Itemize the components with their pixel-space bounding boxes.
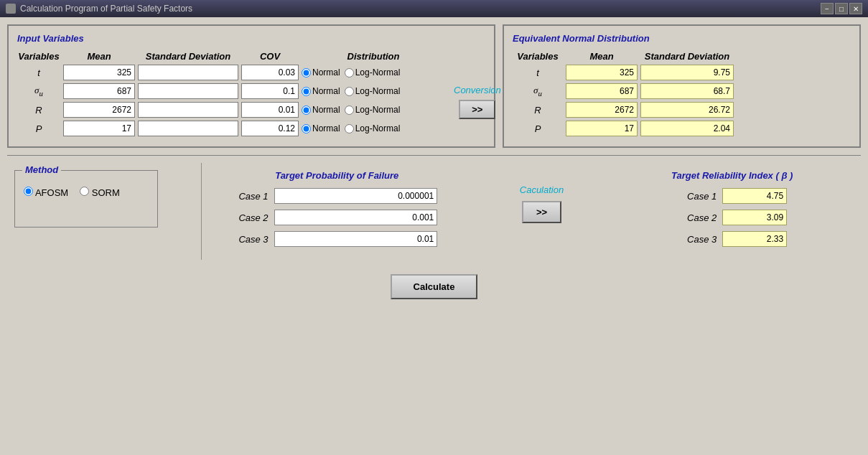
eqn-r-label: R [513, 105, 563, 116]
eqn-sigma-stddev-input[interactable] [640, 83, 734, 99]
var-sigma-label: σu [17, 85, 60, 98]
var-t-mean-input[interactable] [63, 65, 135, 80]
var-sigma-normal-radio[interactable] [302, 87, 311, 96]
rel-case3-input[interactable] [722, 231, 787, 247]
title-bar: Calculation Program of Partial Safety Fa… [0, 0, 868, 17]
var-t-normal-radio[interactable] [302, 68, 311, 78]
eqn-p-mean-input[interactable] [566, 121, 638, 136]
eqn-t-label: t [513, 67, 563, 78]
rel-case1-label: Case 1 [677, 191, 717, 202]
eqn-col-variables: Variables [513, 51, 563, 62]
var-p-lognormal-radio[interactable] [345, 124, 354, 133]
conversion-button[interactable]: >> [459, 100, 495, 119]
var-t-lognormal-radio-label[interactable]: Log-Normal [345, 67, 401, 78]
method-afosm-text: AFOSM [35, 187, 68, 198]
var-sigma-normal-radio-label[interactable]: Normal [302, 86, 340, 96]
eqn-t-stddev-input[interactable] [640, 65, 734, 80]
col-header-mean: Mean [63, 51, 135, 62]
eqn-sigma-mean-input[interactable] [566, 83, 638, 99]
eqn-col-stddev: Standard Deviation [640, 51, 734, 62]
eqn-sigma-label: σu [513, 85, 563, 98]
case2-prob-input[interactable] [274, 210, 438, 225]
var-t-lognormal-radio[interactable] [345, 68, 354, 78]
var-p-normal-radio[interactable] [302, 124, 311, 133]
var-t-label: t [17, 67, 60, 78]
rel-case2-label: Case 2 [677, 212, 717, 223]
case2-label: Case 2 [236, 212, 268, 223]
var-r-lognormal-radio-label[interactable]: Log-Normal [345, 105, 401, 115]
var-t-cov-input[interactable] [241, 65, 299, 80]
case1-prob-input[interactable] [274, 188, 438, 204]
main-window: Input Variables Variables Mean Standard … [0, 17, 868, 455]
target-reliability-panel: Target Reliability Index ( β ) Case 1 Ca… [646, 170, 818, 253]
method-sorm-text: SORM [92, 187, 120, 198]
col-header-stddev: Standard Deviation [138, 51, 238, 62]
var-r-mean-input[interactable] [63, 102, 135, 118]
rel-case2-input[interactable] [722, 210, 787, 225]
var-sigma-cov-input[interactable] [241, 83, 299, 99]
method-sorm-radio[interactable] [80, 187, 89, 196]
equivalent-normal-title: Equivalent Normal Distribution [513, 33, 851, 44]
var-r-normal-radio-label[interactable]: Normal [302, 105, 340, 115]
var-sigma-lognormal-radio[interactable] [345, 87, 354, 96]
col-header-variables: Variables [17, 51, 60, 62]
var-p-lognormal-radio-label[interactable]: Log-Normal [345, 123, 401, 133]
calculate-button[interactable]: Calculate [391, 274, 478, 299]
var-p-stddev-input[interactable] [138, 121, 238, 136]
rel-case3-label: Case 3 [677, 234, 717, 245]
eqn-r-stddev-input[interactable] [640, 102, 734, 118]
var-t-stddev-input[interactable] [138, 65, 238, 80]
var-r-lognormal-radio[interactable] [345, 105, 354, 115]
eqn-col-mean: Mean [566, 51, 638, 62]
var-r-cov-input[interactable] [241, 102, 299, 118]
conversion-label: Conversion [454, 85, 501, 95]
var-sigma-stddev-input[interactable] [138, 83, 238, 99]
col-header-distribution: Distribution [302, 51, 445, 62]
input-variables-title: Input Variables [17, 33, 485, 44]
method-afosm-radio[interactable] [24, 187, 33, 196]
method-panel: Method AFOSM SORM [14, 170, 158, 228]
bottom-section: Method AFOSM SORM Target Probability of … [7, 163, 861, 260]
var-p-cov-input[interactable] [241, 121, 299, 136]
var-sigma-lognormal-radio-label[interactable]: Log-Normal [345, 86, 401, 96]
window-title: Calculation Program of Partial Safety Fa… [20, 4, 192, 14]
target-probability-panel: Target Probability of Failure Case 1 Cas… [236, 170, 437, 253]
rel-case1-input[interactable] [722, 188, 787, 204]
var-r-stddev-input[interactable] [138, 102, 238, 118]
var-p-mean-input[interactable] [63, 121, 135, 136]
method-afosm-label[interactable]: AFOSM [24, 187, 68, 198]
case3-prob-input[interactable] [274, 231, 438, 247]
close-button[interactable]: ✕ [849, 3, 862, 14]
input-variables-panel: Input Variables Variables Mean Standard … [7, 24, 495, 148]
target-probability-title: Target Probability of Failure [236, 170, 437, 181]
calculation-button[interactable]: >> [522, 201, 561, 223]
target-reliability-title: Target Reliability Index ( β ) [646, 170, 818, 181]
var-p-label: P [17, 123, 60, 134]
eqn-p-stddev-input[interactable] [640, 121, 734, 136]
eqn-t-mean-input[interactable] [566, 65, 638, 80]
var-r-normal-radio[interactable] [302, 105, 311, 115]
conversion-section: Conversion >> [445, 65, 510, 139]
case1-label: Case 1 [236, 191, 268, 202]
var-r-label: R [17, 105, 60, 116]
calculation-section: Caculation >> [508, 170, 575, 223]
maximize-button[interactable]: □ [835, 3, 848, 14]
method-title: Method [22, 164, 61, 175]
var-p-normal-radio-label[interactable]: Normal [302, 123, 340, 133]
method-sorm-label[interactable]: SORM [80, 187, 120, 198]
col-header-cov: COV [241, 51, 299, 62]
case3-label: Case 3 [236, 234, 268, 245]
vertical-separator [201, 163, 202, 260]
var-sigma-mean-input[interactable] [63, 83, 135, 99]
eqn-r-mean-input[interactable] [566, 102, 638, 118]
calculation-label: Caculation [520, 184, 564, 195]
minimize-button[interactable]: − [821, 3, 834, 14]
app-icon [6, 4, 16, 14]
section-divider [7, 155, 861, 156]
equivalent-normal-panel: Equivalent Normal Distribution Variables… [503, 24, 861, 148]
eqn-p-label: P [513, 123, 563, 134]
var-t-normal-radio-label[interactable]: Normal [302, 67, 340, 78]
